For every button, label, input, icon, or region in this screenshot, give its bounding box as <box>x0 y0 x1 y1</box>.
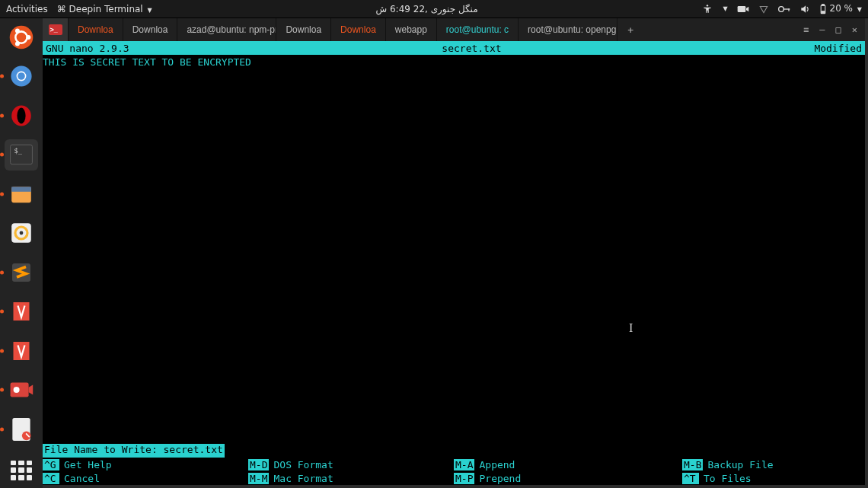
network-icon[interactable] <box>758 4 769 14</box>
svg-rect-7 <box>822 11 825 13</box>
svg-point-15 <box>18 72 25 80</box>
svg-point-17 <box>17 107 25 123</box>
svg-point-24 <box>20 231 24 235</box>
tab-2[interactable]: azad@ubuntu: npm-pro <box>177 18 276 41</box>
nano-write-prompt[interactable]: File Name to Write: secret.txt <box>43 444 865 458</box>
vpn-key-icon[interactable] <box>778 5 790 13</box>
svg-point-31 <box>22 431 31 440</box>
tab-5[interactable]: webapp <box>386 18 437 41</box>
tab-4[interactable]: Downloa <box>331 18 386 41</box>
menu-icon[interactable]: ≡ <box>803 24 809 35</box>
clock-label[interactable]: منگل جنوری ,22 6:49 ش <box>152 4 702 14</box>
svg-rect-1 <box>737 6 745 12</box>
svg-point-12 <box>15 41 20 46</box>
dock-chromium[interactable] <box>5 61 38 93</box>
tab-icon[interactable]: >_ <box>43 18 69 41</box>
shortcut-mac: M-MMac Format <box>248 471 454 485</box>
app-menu[interactable]: ⌘ Deepin Terminal ▼ <box>57 4 152 14</box>
tab-1[interactable]: Downloa <box>123 18 178 41</box>
dock-opera[interactable] <box>5 100 38 132</box>
maximize-button[interactable]: □ <box>836 24 841 35</box>
nano-shortcut-bar: ^GGet Help M-DDOS Format M-AAppend M-BBa… <box>43 458 865 485</box>
dock-sublime[interactable] <box>5 257 38 289</box>
svg-point-0 <box>706 5 707 6</box>
activities-button[interactable]: Activities <box>6 4 48 14</box>
nano-version-label: GNU nano 2.9.3 <box>46 43 129 54</box>
chevron-down-icon: ▼ <box>723 5 728 12</box>
system-topbar: Activities ⌘ Deepin Terminal ▼ منگل جنور… <box>0 0 868 18</box>
accessibility-icon[interactable] <box>702 4 713 14</box>
svg-rect-6 <box>822 4 824 5</box>
dock-app-red-2[interactable] <box>5 335 38 367</box>
show-applications-button[interactable] <box>11 461 32 480</box>
volume-icon[interactable] <box>799 4 810 14</box>
nano-status-label: Modified <box>814 43 862 54</box>
tab-0[interactable]: Downloa <box>69 18 123 41</box>
dock-screen-recorder[interactable] <box>5 375 38 407</box>
camera-icon[interactable] <box>737 5 749 14</box>
tab-6[interactable]: root@ubuntu: c <box>437 18 519 41</box>
tab-3[interactable]: Downloa <box>276 18 331 41</box>
nano-title-bar: GNU nano 2.9.3 secret.txt Modified <box>43 41 865 55</box>
minimize-button[interactable]: ― <box>819 24 825 35</box>
close-button[interactable]: ✕ <box>852 24 857 35</box>
shortcut-cancel: ^CCancel <box>43 471 248 485</box>
shortcut-prepend: M-PPrepend <box>454 471 682 485</box>
prompt-value: secret.txt <box>164 444 223 455</box>
shortcut-help: ^GGet Help <box>43 458 248 471</box>
svg-rect-21 <box>11 187 31 191</box>
svg-point-11 <box>15 28 20 33</box>
terminal-icon: ⌘ <box>57 4 66 14</box>
prompt-label: File Name to Write: <box>44 444 164 455</box>
tab-bar: >_ Downloa Downloa azad@ubuntu: npm-pro … <box>43 18 865 41</box>
svg-point-29 <box>14 387 20 393</box>
terminal-window: >_ Downloa Downloa azad@ubuntu: npm-pro … <box>43 18 865 485</box>
shortcut-tofiles: ^TTo Files <box>682 471 865 485</box>
dock-terminal[interactable]: $_ <box>5 139 38 171</box>
app-name-label: Deepin Terminal <box>69 4 143 14</box>
chevron-down-icon: ▼ <box>857 6 862 13</box>
svg-point-2 <box>778 6 783 11</box>
text-cursor-icon: I <box>629 321 633 335</box>
dock: $_ <box>0 18 43 488</box>
battery-percent-label: 20 % <box>830 3 854 14</box>
editor-content: THIS IS SECRET TEXT TO BE ENCRYPTED <box>43 56 251 68</box>
dock-files[interactable] <box>5 178 38 210</box>
new-tab-button[interactable]: + <box>617 18 643 41</box>
dock-ubuntu-logo[interactable] <box>5 21 38 53</box>
battery-status[interactable]: 20 % ▼ <box>819 3 862 14</box>
tab-7[interactable]: root@ubuntu: openpgp-rev <box>519 18 617 41</box>
svg-rect-4 <box>788 8 789 11</box>
shortcut-append: M-AAppend <box>454 458 682 471</box>
shortcut-dos: M-DDOS Format <box>248 458 454 471</box>
svg-point-10 <box>26 35 30 40</box>
shortcut-backup: M-BBackup File <box>682 458 865 471</box>
nano-filename-label: secret.txt <box>129 43 815 54</box>
dock-editor[interactable] <box>5 413 38 445</box>
dock-app-red-1[interactable] <box>5 296 38 328</box>
dock-rhythmbox[interactable] <box>5 218 38 250</box>
editor-body[interactable]: THIS IS SECRET TEXT TO BE ENCRYPTED I <box>43 55 865 444</box>
svg-text:$_: $_ <box>14 148 22 155</box>
